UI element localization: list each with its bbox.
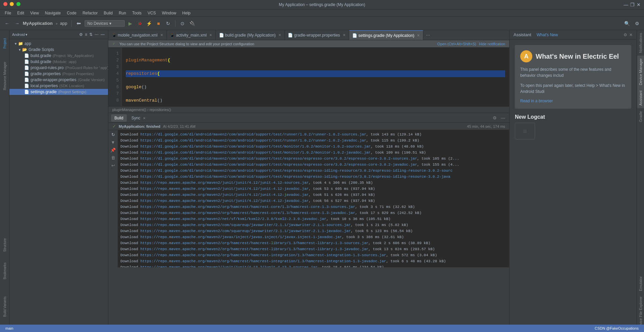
code-content[interactable]: pluginManagement { repositories { google… bbox=[122, 48, 509, 106]
android-view-selector[interactable]: Android ▾ bbox=[12, 33, 28, 37]
read-in-browser-link[interactable]: Read in a browser bbox=[520, 99, 553, 103]
build-link-1[interactable]: https://dl.google.com/dl/android/maven2/… bbox=[140, 132, 366, 136]
gradle-tab[interactable]: Gradle bbox=[637, 108, 644, 125]
search-button[interactable]: 🔍 bbox=[623, 19, 631, 28]
tab-activity-main[interactable]: 📱 activity_main.xml ✕ bbox=[167, 30, 216, 40]
project-more-icon[interactable]: ⋯ bbox=[94, 32, 99, 38]
build-variants-icon[interactable]: Build Variants bbox=[1, 292, 8, 322]
emulator-tab[interactable]: Emulator bbox=[637, 274, 644, 294]
bookmarks-icon[interactable]: Bookmarks bbox=[1, 258, 8, 284]
back-button[interactable]: ← bbox=[3, 19, 11, 28]
bt-settings-icon[interactable]: ⚙ bbox=[491, 115, 498, 121]
tab-gradle-wrapper[interactable]: 📄 gradle-wrapper.properties ✕ bbox=[285, 30, 349, 40]
device-manager-tab[interactable]: Device Manager bbox=[637, 56, 644, 88]
tab-mobile-navigation[interactable]: 📱 mobile_navigation.xml ✕ bbox=[108, 30, 167, 40]
tree-item-wrapper[interactable]: 📄 gradle-wrapper.properties (Gradle Vers… bbox=[9, 77, 108, 83]
run-button[interactable]: ▶ bbox=[126, 19, 135, 28]
menu-edit[interactable]: Edit bbox=[14, 10, 27, 16]
device-selector[interactable]: No Devices ▾ bbox=[85, 20, 125, 27]
maximize-btn[interactable] bbox=[16, 2, 20, 6]
whats-new-label[interactable]: What's New bbox=[537, 33, 558, 37]
sync-tab-close[interactable]: ✕ bbox=[143, 116, 146, 120]
close-icon[interactable]: ✕ bbox=[637, 2, 641, 7]
menu-code[interactable]: Code bbox=[64, 10, 79, 16]
build-link-9[interactable]: https://repo.maven.apache.org/maven2/jun… bbox=[140, 181, 309, 185]
bs-wrap-icon[interactable]: ↩ bbox=[111, 162, 116, 169]
tab-close-gradle-wrapper[interactable]: ✕ bbox=[343, 33, 345, 37]
menu-build[interactable]: Build bbox=[101, 10, 115, 16]
bt-minimize-icon[interactable]: — bbox=[499, 115, 506, 121]
tree-item-proguard[interactable]: 📄 proguard-rules.pro (ProGuard Rules for… bbox=[9, 65, 108, 71]
hide-notification-link[interactable]: Hide notification bbox=[479, 42, 505, 46]
tree-item-settings-gradle[interactable]: 📄 settings.gradle (Project Settings) bbox=[9, 89, 108, 95]
build-link-20[interactable]: https://repo.maven.apache.org/maven2/org… bbox=[140, 247, 368, 251]
nav-back-button[interactable]: ⬅ bbox=[74, 19, 83, 28]
assistant-settings-icon[interactable]: ⚙ bbox=[624, 33, 627, 37]
build-link-14[interactable]: https://repo.maven.apache.org/maven2/org… bbox=[140, 211, 355, 215]
project-list-icon[interactable]: ≡ bbox=[84, 32, 88, 38]
bottom-tab-build[interactable]: Build bbox=[111, 114, 127, 122]
build-link-22[interactable]: https://repo.maven.apache.org/maven2/org… bbox=[140, 259, 386, 263]
tab-close-mobile-nav[interactable]: ✕ bbox=[160, 33, 163, 37]
project-minimize-icon[interactable]: — bbox=[100, 32, 105, 38]
build-link-19[interactable]: https://repo.maven.apache.org/maven2/org… bbox=[140, 241, 368, 245]
notifications-tab[interactable]: Notifications bbox=[637, 30, 644, 56]
build-link-13[interactable]: https://repo.maven.apache.org/maven2/org… bbox=[140, 205, 355, 209]
tree-item-local-props[interactable]: 📄 local.properties (SDK Location) bbox=[9, 83, 108, 89]
structure-icon[interactable]: Structure bbox=[1, 233, 8, 257]
tab-close-settings-gradle[interactable]: ✕ bbox=[417, 34, 420, 37]
project-settings-icon[interactable]: ⚙ bbox=[78, 32, 84, 38]
attach-debugger[interactable]: 🔌 bbox=[188, 19, 197, 28]
project-icon[interactable]: Project bbox=[1, 32, 8, 55]
more-run-options[interactable]: ⊙ bbox=[178, 19, 187, 28]
menu-refactor[interactable]: Refactor bbox=[80, 10, 100, 16]
build-link-21[interactable]: https://repo.maven.apache.org/maven2/org… bbox=[140, 253, 386, 257]
bs-sync-icon[interactable]: ↻ bbox=[111, 131, 116, 138]
build-link-11[interactable]: https://repo.maven.apache.org/maven2/jun… bbox=[140, 193, 309, 197]
build-link-2[interactable]: https://dl.google.com/dl/android/maven2/… bbox=[140, 139, 366, 143]
build-link-8[interactable]: https://dl.google.com/dl/android/maven2/… bbox=[140, 175, 450, 179]
build-link-23[interactable]: https://repo.maven.apache.org/maven2/jun… bbox=[140, 265, 317, 267]
menu-tools[interactable]: Tools bbox=[129, 10, 144, 16]
settings-button[interactable]: ⚙ bbox=[633, 19, 641, 28]
tab-more-button[interactable]: ⋯ bbox=[423, 30, 433, 40]
stop-button[interactable]: ■ bbox=[154, 19, 163, 28]
bs-filter-icon[interactable]: ▼ bbox=[110, 139, 116, 146]
debug-button[interactable]: 🐞 bbox=[136, 19, 144, 28]
build-link-12[interactable]: https://repo.maven.apache.org/maven2/jun… bbox=[140, 199, 309, 203]
build-content[interactable]: Download https://dl.google.com/dl/androi… bbox=[118, 130, 509, 267]
build-link-5[interactable]: https://dl.google.com/dl/android/maven2/… bbox=[140, 157, 417, 161]
project-sort-icon[interactable]: ⇅ bbox=[89, 32, 93, 38]
close-btn[interactable] bbox=[3, 2, 7, 6]
bs-clear-icon[interactable]: 🗑 bbox=[110, 155, 116, 161]
build-link-18[interactable]: https://repo.maven.apache.org/maven2/jav… bbox=[140, 235, 342, 239]
build-link-16[interactable]: https://repo.maven.apache.org/maven2/com… bbox=[140, 223, 351, 227]
build-link-7[interactable]: https://dl.google.com/dl/android/maven2/… bbox=[140, 169, 452, 173]
tree-item-build-gradle-project[interactable]: 📄 build.gradle (Project: My_Application) bbox=[9, 53, 108, 59]
menu-vcs[interactable]: VCS bbox=[145, 10, 159, 16]
build-link-6[interactable]: https://dl.google.com/dl/android/maven2/… bbox=[140, 163, 417, 167]
menu-file[interactable]: File bbox=[2, 10, 14, 16]
menu-navigate[interactable]: Navigate bbox=[42, 10, 63, 16]
tree-item-gradle-props[interactable]: 📄 gradle.properties (Project Properties) bbox=[9, 71, 108, 77]
build-link-10[interactable]: https://repo.maven.apache.org/maven2/jun… bbox=[140, 187, 309, 191]
tab-settings-gradle[interactable]: 📄 settings.gradle (My Application) ✕ bbox=[349, 30, 424, 40]
assistant-close-icon[interactable]: ✕ bbox=[629, 33, 633, 37]
open-project-structure-link[interactable]: Open (Ctrl+Alt+Shift+S) bbox=[437, 42, 476, 46]
menu-window[interactable]: Window bbox=[159, 10, 179, 16]
menu-run[interactable]: Run bbox=[116, 10, 129, 16]
tree-item-gradle-scripts[interactable]: ▾ 📂 Gradle Scripts bbox=[9, 47, 108, 53]
menu-help[interactable]: Help bbox=[179, 10, 193, 16]
menu-view[interactable]: View bbox=[28, 10, 42, 16]
assistant-tab[interactable]: Assistant bbox=[637, 88, 644, 108]
tab-close-build-gradle[interactable]: ✕ bbox=[278, 33, 281, 37]
code-editor[interactable]: 1 2 3 4 5 6 7 8 pluginManagement { repos… bbox=[108, 48, 509, 106]
minimize-btn[interactable] bbox=[10, 2, 14, 6]
build-link-17[interactable]: https://repo.maven.apache.org/maven2/com… bbox=[140, 229, 351, 233]
sync-button[interactable]: ↻ bbox=[164, 19, 172, 28]
restore-icon[interactable]: ❐ bbox=[630, 2, 635, 7]
minimize-icon[interactable]: — bbox=[624, 2, 628, 7]
build-link-4[interactable]: https://dl.google.com/dl/android/maven2/… bbox=[140, 151, 371, 155]
build-link-3[interactable]: https://dl.google.com/dl/android/maven2/… bbox=[140, 145, 371, 149]
tree-item-build-gradle-module[interactable]: 📄 build.gradle (Module: :app) bbox=[9, 59, 108, 65]
